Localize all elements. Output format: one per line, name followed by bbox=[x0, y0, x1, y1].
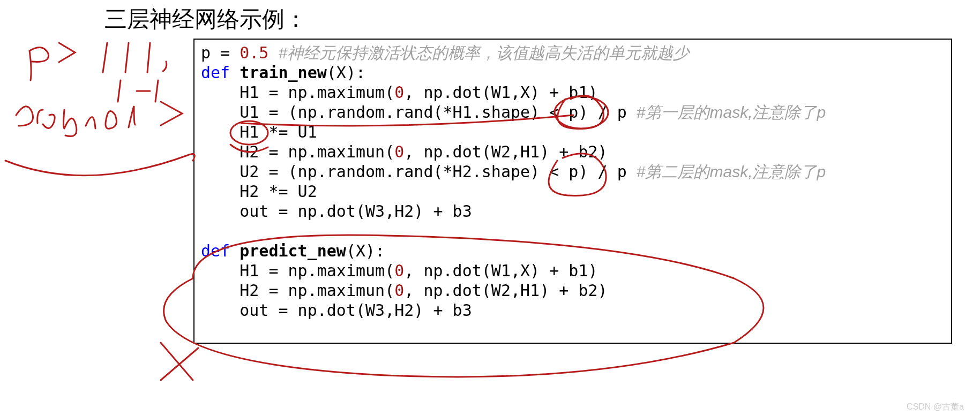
code-line-8: H2 *= U2 bbox=[201, 182, 317, 201]
code-line-9: out = np.dot(W3,H2) + b3 bbox=[201, 202, 472, 221]
code-line-1: p = 0.5 #神经元保持激活状态的概率，该值越高失活的单元就越少 bbox=[201, 43, 689, 62]
handwriting-ones bbox=[103, 43, 167, 72]
code-line-2: def train_new(X): bbox=[201, 63, 365, 82]
handwriting-underline-left bbox=[5, 154, 194, 176]
code-line-5: H1 *= U1 bbox=[201, 123, 317, 141]
code-line-6: H2 = np.maximun(0, np.dot(W2,H1) + b2) bbox=[201, 142, 608, 161]
code-line-12: H1 = np.maximum(0, np.dot(W1,X) + b1) bbox=[201, 261, 598, 280]
code-line-11: def predict_new(X): bbox=[201, 241, 385, 260]
code-line-3: H1 = np.maximum(0, np.dot(W1,X) + b1) bbox=[201, 83, 598, 102]
watermark: CSDN @古董a bbox=[907, 402, 964, 413]
section-title: 三层神经网络示例： bbox=[104, 4, 307, 34]
code-line-7: U2 = (np.random.rand(*H2.shape) < p) / p… bbox=[201, 162, 826, 181]
handwriting-p bbox=[29, 48, 49, 80]
handwriting-x bbox=[161, 343, 198, 380]
handwriting-dropout bbox=[16, 106, 135, 137]
code-line-4: U1 = (np.random.rand(*H1.shape) < p) / p… bbox=[201, 103, 826, 122]
code-line-14: out = np.dot(W3,H2) + b3 bbox=[201, 301, 472, 320]
code-block: p = 0.5 #神经元保持激活状态的概率，该值越高失活的单元就越少 def t… bbox=[193, 39, 952, 344]
code-line-13: H2 = np.maximun(0, np.dot(W2,H1) + b2) bbox=[201, 281, 608, 300]
